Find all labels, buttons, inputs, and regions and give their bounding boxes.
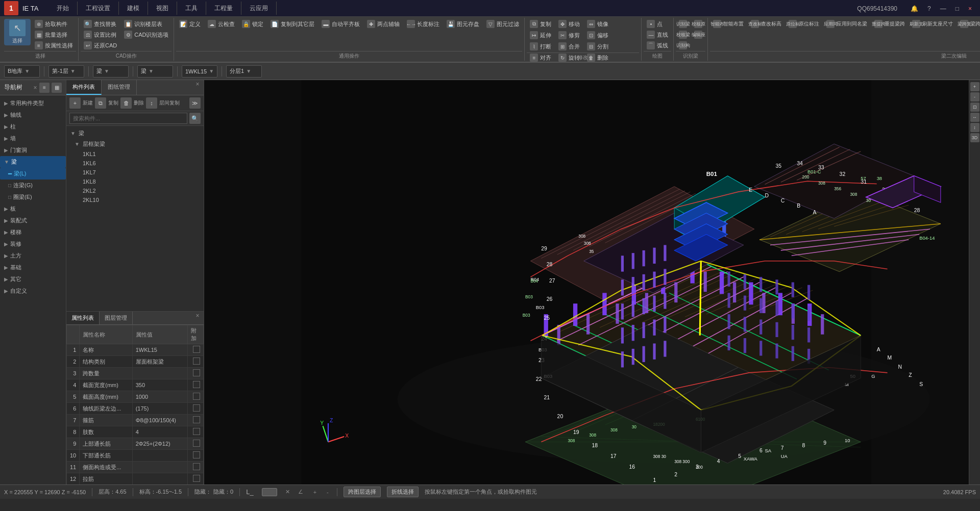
prop-row-value[interactable]: 屋面框架梁 — [132, 356, 187, 368]
batch-select-btn[interactable]: ▦ 批量选择 — [32, 30, 76, 40]
merge-btn[interactable]: ⊞ 合并 — [555, 41, 583, 52]
cross-layer-select-btn[interactable]: 跨图层选择 — [344, 487, 381, 497]
nav-icon-grid[interactable]: ▦ — [52, 83, 62, 93]
offset-btn[interactable]: ⊡ 偏移 — [584, 30, 611, 40]
prop-row-value[interactable]: 1WKL15 — [132, 344, 187, 356]
nav-slab[interactable]: ▶ 板 — [0, 203, 66, 215]
prop-row-value[interactable]: 1000 — [132, 391, 187, 403]
move-btn[interactable]: ✥ 移动 — [555, 19, 583, 29]
tree-1kl8[interactable]: 1KL8 — [66, 177, 204, 186]
building-dropdown[interactable]: B地库 ▼ — [4, 65, 40, 78]
length-label-btn[interactable]: ←→ 长度标注 — [404, 19, 443, 29]
nav-decoration[interactable]: ▶ 装修 — [0, 238, 66, 250]
recognize-beam-comp-btn[interactable]: 识别构 — [676, 40, 690, 50]
find-replace-btn[interactable]: 🔍 查找替换 — [81, 19, 120, 29]
mirror-btn[interactable]: ⇔ 镜像 — [584, 19, 611, 29]
tab-project-settings[interactable]: 工程设置 — [78, 2, 119, 15]
restore-cad-btn[interactable]: ↩ 还原CAD — [81, 40, 120, 50]
prop-row-value[interactable]: 2Φ25+(2Φ12) — [132, 438, 187, 450]
tree-frame-beam[interactable]: ▼ 层框架梁 — [66, 139, 204, 149]
copy-btn[interactable]: ⧉ 复制 — [527, 19, 554, 29]
prop-select-btn[interactable]: ≡ 按属性选择 — [32, 40, 76, 50]
tab-cloud[interactable]: 云应用 — [241, 2, 277, 15]
delete-component-btn[interactable]: 🗑 — [120, 97, 132, 109]
tree-2kl2[interactable]: 2KL2 — [66, 186, 204, 195]
trim-btn[interactable]: ✂ 修剪 — [555, 30, 583, 40]
nav-axis[interactable]: ▶ 轴线 — [0, 109, 66, 121]
props-panel-close[interactable]: × — [193, 312, 202, 320]
tree-1kl7[interactable]: 1KL7 — [66, 168, 204, 177]
prop-row-value[interactable]: 350 — [132, 379, 187, 391]
cad-options-btn[interactable]: ⚙ CAD识别选项 — [121, 30, 172, 40]
split-btn[interactable]: ⊟ 分割 — [584, 41, 611, 52]
check-beam-elem-btn[interactable]: 校核梁 — [676, 30, 690, 40]
two-point-axis-btn[interactable]: ✚ 两点辅轴 — [364, 19, 403, 29]
recognize-floor-btn[interactable]: 📋 识别楼层表 — [121, 19, 172, 29]
tree-1kl6[interactable]: 1KL6 — [66, 159, 204, 168]
polyline-select-btn[interactable]: 折线选择 — [387, 487, 419, 497]
right-btn-1[interactable]: + — [970, 82, 979, 91]
nav-foundation[interactable]: ▶ 基础 — [0, 262, 66, 273]
nav-door-window[interactable]: ▶ 门窗洞 — [0, 144, 66, 156]
viewport[interactable]: B04 B03 B03 B03 B04 B03 B03 1 2 3 4 5 6 … — [204, 80, 969, 484]
nav-close-btn[interactable]: × — [31, 84, 39, 92]
prop-row-value[interactable] — [132, 462, 187, 473]
right-btn-4[interactable]: ↔ — [970, 113, 979, 122]
help-btn[interactable]: ? — [923, 4, 935, 13]
tab-modeling[interactable]: 建模 — [119, 2, 148, 15]
tree-1kl1[interactable]: 1KL1 — [66, 149, 204, 159]
prop-row-value[interactable] — [132, 473, 187, 485]
arc-btn[interactable]: ⌒ 弧线 — [644, 40, 671, 50]
right-btn-3[interactable]: ⊡ — [970, 103, 979, 112]
nav-beam-e[interactable]: □ 圈梁(E) — [0, 191, 66, 203]
more-options-btn[interactable]: ≫ — [189, 97, 201, 109]
tab-view[interactable]: 视图 — [148, 2, 177, 15]
select-main-btn[interactable]: ↖ 选择 — [4, 19, 31, 45]
nav-earthwork[interactable]: ▶ 土方 — [0, 250, 66, 262]
nav-icon-list[interactable]: ≡ — [39, 83, 50, 93]
auto-level-slab-btn[interactable]: ▬ 自动平齐板 — [318, 19, 363, 29]
smart-layout-btn[interactable]: 智能布 智能布置 — [710, 19, 747, 29]
tree-2kl10[interactable]: 2KL10 — [66, 195, 204, 205]
nav-common-types[interactable]: ▶ 常用构件类型 — [0, 97, 66, 109]
nav-wall[interactable]: ▶ 墙 — [0, 133, 66, 144]
right-btn-6[interactable]: 3D — [970, 133, 979, 142]
extend-btn[interactable]: ↦ 延伸 — [527, 30, 554, 40]
pick-component-btn[interactable]: ⊕ 拾取构件 — [32, 19, 76, 29]
define-btn[interactable]: 📝 定义 — [176, 19, 204, 29]
edit-support-btn[interactable]: 编辑座 — [691, 30, 705, 40]
inter-floor-copy-btn[interactable]: ↕ — [146, 97, 157, 109]
nav-beam-l[interactable]: ━ 梁(L) — [0, 168, 66, 180]
nav-custom[interactable]: ▶ 自定义 — [0, 285, 66, 297]
nav-beam-g[interactable]: □ 连梁(G) — [0, 180, 66, 191]
recognize-beam-btn[interactable]: 识别梁 — [676, 19, 690, 29]
element-type-dropdown[interactable]: 梁 ▼ — [137, 65, 173, 78]
right-btn-2[interactable]: - — [970, 92, 979, 101]
beam-span-copy-btn[interactable]: 梁跨复 梁跨数复制 — [957, 19, 980, 29]
tab-quantity[interactable]: 工程量 — [206, 2, 241, 15]
apply-same-beam-btn[interactable]: 应用同 应用到同名梁 — [823, 19, 870, 29]
element-filter-btn[interactable]: ▽ 图元过滤 — [483, 19, 522, 29]
lock-btn[interactable]: 🔒 锁定 — [239, 19, 266, 29]
cloud-check-btn[interactable]: ☁ 云检查 — [205, 19, 238, 29]
nav-column[interactable]: ▶ 柱 — [0, 121, 66, 133]
nav-prefab[interactable]: ▶ 装配式 — [0, 215, 66, 226]
view-mode-icon[interactable] — [262, 488, 277, 496]
prop-row-value[interactable]: 4 — [132, 426, 187, 438]
right-btn-5[interactable]: ↕ — [970, 123, 979, 132]
tab-start[interactable]: 开始 — [48, 2, 78, 15]
prop-row-value[interactable]: (175) — [132, 403, 187, 415]
maximize-btn[interactable]: □ — [951, 4, 963, 13]
set-scale-btn[interactable]: ⚖ 设置比例 — [81, 30, 120, 40]
nav-stair[interactable]: ▶ 楼梯 — [0, 226, 66, 238]
check-elevation-btn[interactable]: 查改标 查改标高 — [748, 19, 785, 29]
prop-row-value[interactable]: Φ8@100/150(4) — [132, 415, 187, 426]
minimize-btn[interactable]: 🔔 — [906, 4, 922, 13]
nav-other[interactable]: ▶ 其它 — [0, 273, 66, 285]
check-in-situ-btn[interactable]: 校核原 — [691, 19, 705, 29]
nav-beam[interactable]: ▼ 梁 — [0, 156, 66, 168]
in-situ-label-btn[interactable]: 原位标 原位标注 — [786, 19, 822, 29]
copy-to-floor-btn[interactable]: 📄 复制到其它层 — [267, 19, 317, 29]
new-component-btn[interactable]: + — [69, 97, 81, 109]
copy-component-btn[interactable]: ⧉ — [95, 97, 106, 109]
